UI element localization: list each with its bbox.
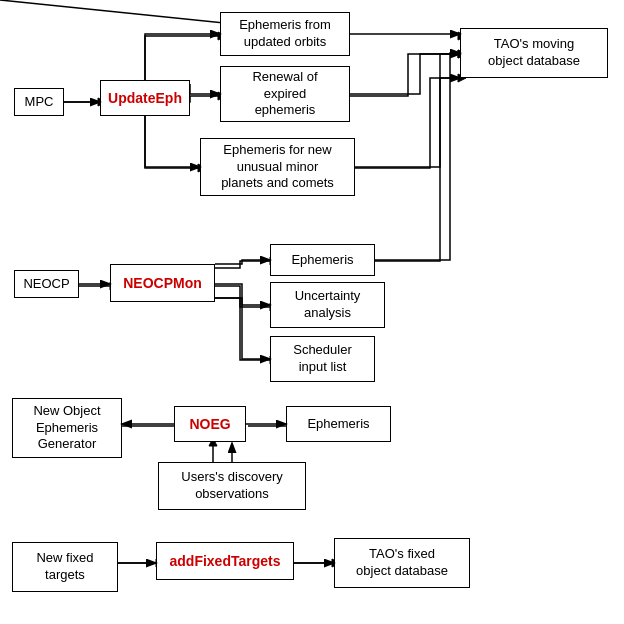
- diagram: MPC UpdateEph Ephemeris from updated orb…: [0, 0, 624, 624]
- ephe-unusual-box: Ephemeris for new unusual minor planets …: [200, 138, 355, 196]
- new-obj-eph-box: New Object Ephemeris Generator: [12, 398, 122, 458]
- noeg-box: NOEG: [174, 406, 246, 442]
- updateeph-box: UpdateEph: [100, 80, 190, 116]
- uncertainty-box: Uncertainty analysis: [270, 282, 385, 328]
- ephemeris2-box: Ephemeris: [270, 244, 375, 276]
- tao-moving-box: TAO's moving object database: [460, 28, 608, 78]
- new-fixed-box: New fixed targets: [12, 542, 118, 592]
- neocp-box: NEOCP: [14, 270, 79, 298]
- scheduler-box: Scheduler input list: [270, 336, 375, 382]
- tao-fixed-box: TAO's fixed object database: [334, 538, 470, 588]
- users-discovery-box: Users's discovery observations: [158, 462, 306, 510]
- ephemeris3-box: Ephemeris: [286, 406, 391, 442]
- neocpmon-box: NEOCPMon: [110, 264, 215, 302]
- mpc-box: MPC: [14, 88, 64, 116]
- renewal-box: Renewal of expired ephemeris: [220, 66, 350, 122]
- ephe-updated-box: Ephemeris from updated orbits: [220, 12, 350, 56]
- add-fixed-targets-box: addFixedTargets: [156, 542, 294, 580]
